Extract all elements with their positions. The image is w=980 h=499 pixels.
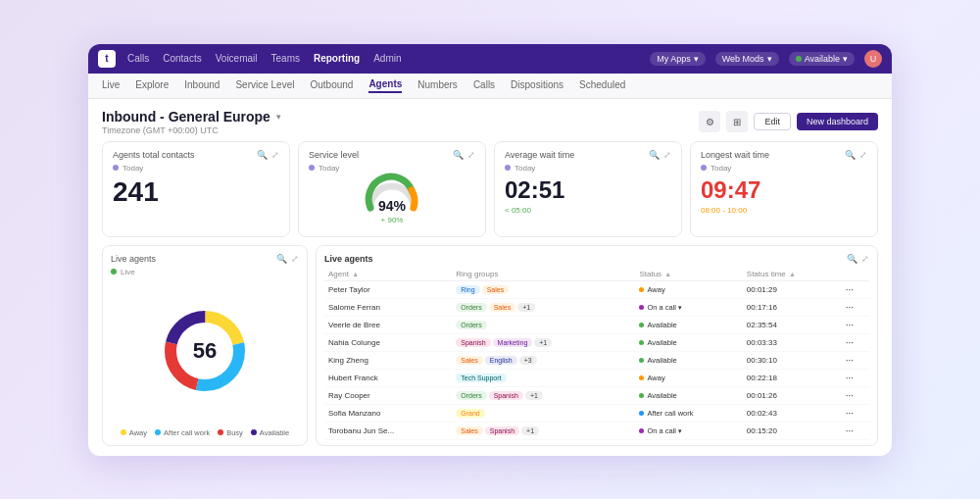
settings-button[interactable]: ⚙	[699, 111, 720, 132]
search-icon-table[interactable]: 🔍	[847, 254, 858, 264]
status-indicator	[639, 340, 644, 345]
subnav-service-level[interactable]: Service Level	[235, 79, 294, 92]
row-more-button[interactable]: ···	[842, 404, 869, 422]
subnav-live[interactable]: Live	[102, 79, 120, 92]
search-icon-la[interactable]: 🔍	[276, 254, 287, 264]
agent-name: King Zheng	[324, 351, 452, 369]
agent-ring-groups: Orders	[452, 316, 635, 333]
row-more-button[interactable]: ···	[842, 333, 869, 351]
live-dot	[111, 269, 117, 274]
agents-total-card: Agents total contacts 🔍 ⤢ Today 241	[102, 141, 290, 237]
expand-icon-la[interactable]: ⤢	[291, 254, 299, 264]
agent-status-time: 02:35:54	[743, 316, 842, 333]
expand-icon-sl[interactable]: ⤢	[467, 150, 475, 160]
agent-name: Nahia Colunge	[324, 333, 452, 351]
avatar[interactable]: U	[864, 50, 882, 68]
col-status[interactable]: Status ▲	[635, 268, 742, 281]
col-ring-groups[interactable]: Ring groups	[452, 268, 635, 281]
subnav-outbound[interactable]: Outbound	[310, 79, 353, 92]
search-icon-sl[interactable]: 🔍	[453, 150, 464, 160]
agent-status-time: 00:01:26	[743, 386, 842, 404]
nav-items: Calls Contacts Voicemail Teams Reporting…	[127, 53, 638, 64]
agents-total-title: Agents total contacts	[113, 150, 195, 160]
subnav-numbers[interactable]: Numbers	[417, 79, 458, 92]
agent-ring-groups: Tech Support	[452, 369, 635, 386]
subnav-inbound[interactable]: Inbound	[184, 79, 220, 92]
dashboard-title-area: Inbound - General Europe ▾ Timezone (GMT…	[102, 109, 281, 135]
donut-chart: 56	[111, 278, 299, 424]
nav-contacts[interactable]: Contacts	[163, 53, 201, 64]
agent-name: Veerle de Bree	[324, 316, 452, 333]
avg-wait-title: Average wait time	[505, 150, 574, 160]
agent-name: Peter Taylor	[324, 280, 452, 298]
expand-icon-table[interactable]: ⤢	[861, 254, 869, 264]
service-level-card: Service level 🔍 ⤢ Today	[298, 141, 486, 237]
agents-table-title: Live agents	[324, 254, 373, 264]
subnav-agents[interactable]: Agents	[368, 78, 402, 93]
agent-status: Available	[635, 333, 742, 351]
nav-reporting[interactable]: Reporting	[314, 53, 360, 64]
nav-teams[interactable]: Teams	[271, 53, 300, 64]
agent-ring-groups: SpanishMarketing+1	[452, 333, 635, 351]
col-agent[interactable]: Agent ▲	[324, 268, 452, 281]
nav-right: My Apps ▾ Web Mods ▾ Available ▾ U	[650, 50, 882, 68]
agent-status: Available	[635, 386, 742, 404]
grid-button[interactable]: ⊞	[726, 111, 748, 132]
subnav-calls[interactable]: Calls	[473, 79, 495, 92]
table-row: Nahia ColungeSpanishMarketing+1Available…	[324, 333, 869, 351]
agent-status: Available	[635, 316, 742, 333]
nav-voicemail[interactable]: Voicemail	[216, 53, 258, 64]
search-icon-aw[interactable]: 🔍	[649, 150, 660, 160]
agent-status-time: 00:17:16	[743, 298, 842, 316]
expand-icon[interactable]: ⤢	[271, 150, 279, 160]
period-dot-sl	[309, 165, 315, 171]
longest-wait-title: Longest wait time	[701, 150, 769, 160]
row-more-button[interactable]: ···	[842, 386, 869, 404]
subnav-explore[interactable]: Explore	[135, 79, 169, 92]
longest-wait-card: Longest wait time 🔍 ⤢ Today 09:47 08:00 …	[690, 141, 878, 237]
row-more-button[interactable]: ···	[842, 316, 869, 333]
longest-wait-value: 09:47	[701, 178, 867, 202]
edit-button[interactable]: Edit	[754, 113, 791, 130]
subnav-dispositions[interactable]: Dispositions	[511, 79, 564, 92]
agent-status: On a call ▾	[635, 422, 742, 439]
agent-status-time: 00:30:10	[743, 351, 842, 369]
search-icon-lw[interactable]: 🔍	[845, 150, 856, 160]
status-button[interactable]: Available ▾	[789, 52, 855, 66]
period-dot	[113, 165, 119, 171]
service-level-title: Service level	[309, 150, 359, 160]
service-level-value: 94%	[378, 198, 406, 214]
donut-total: 56	[193, 338, 217, 364]
search-icon[interactable]: 🔍	[257, 150, 268, 160]
agent-status-time: 00:03:33	[743, 333, 842, 351]
table-row: Ray CooperOrdersSpanish+1Available00:01:…	[324, 386, 869, 404]
web-mods-button[interactable]: Web Mods ▾	[715, 52, 779, 66]
status-indicator	[639, 287, 644, 292]
row-more-button[interactable]: ···	[842, 369, 869, 386]
avg-wait-value: 02:51	[505, 178, 671, 202]
status-indicator	[639, 305, 644, 310]
gauge-svg	[363, 167, 421, 225]
col-status-time[interactable]: Status time ▲	[743, 268, 842, 281]
title-dropdown-icon[interactable]: ▾	[276, 112, 281, 122]
live-agents-table-card: Live agents 🔍 ⤢ Agent ▲ Ring groups Stat…	[316, 245, 878, 446]
agent-ring-groups: OrdersSpanish+1	[452, 386, 635, 404]
table-row: Salome FerranOrdersSales+1On a call ▾00:…	[324, 298, 869, 316]
row-more-button[interactable]: ···	[842, 280, 869, 298]
agent-status: Available	[635, 351, 742, 369]
dashboard-actions: ⚙ ⊞ Edit New dashboard	[699, 111, 878, 132]
row-more-button[interactable]: ···	[842, 422, 869, 439]
nav-calls[interactable]: Calls	[127, 53, 149, 64]
new-dashboard-button[interactable]: New dashboard	[797, 113, 878, 130]
subnav-scheduled[interactable]: Scheduled	[579, 79, 625, 92]
expand-icon-lw[interactable]: ⤢	[859, 150, 867, 160]
nav-admin[interactable]: Admin	[373, 53, 401, 64]
agent-ring-groups: OrdersSales+1	[452, 298, 635, 316]
row-more-button[interactable]: ···	[842, 298, 869, 316]
table-row: Veerle de BreeOrdersAvailable02:35:54···	[324, 316, 869, 333]
row-more-button[interactable]: ···	[842, 351, 869, 369]
busy-dot	[218, 429, 223, 435]
expand-icon-aw[interactable]: ⤢	[663, 150, 671, 160]
my-apps-button[interactable]: My Apps ▾	[650, 52, 706, 66]
agent-name: Ray Cooper	[324, 386, 452, 404]
